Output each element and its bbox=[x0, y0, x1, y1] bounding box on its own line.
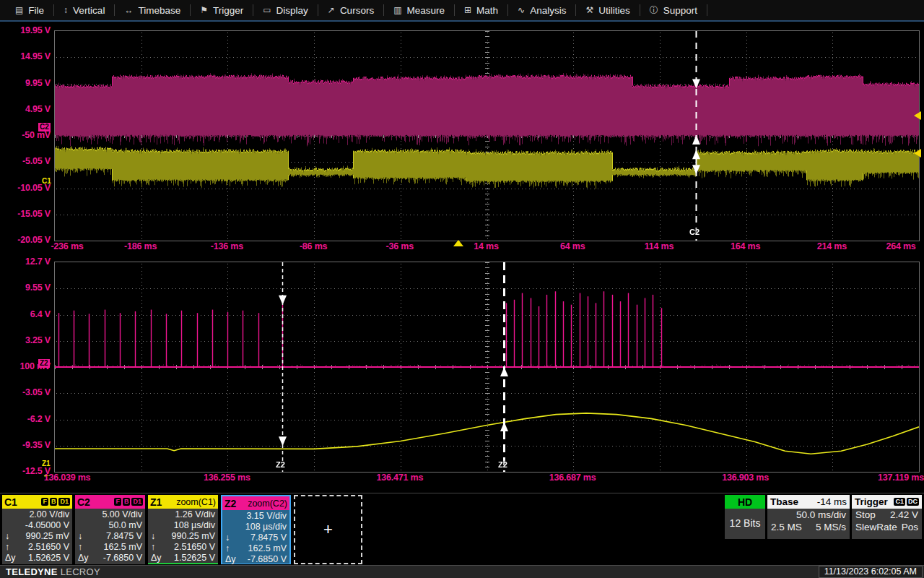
menu-item-timebase[interactable]: ↔Timebase bbox=[115, 0, 190, 20]
y-axis-label: 14.95 V bbox=[0, 51, 51, 61]
descriptor-body: 1.26 V/div108 µs/div↓990.25 mV↑2.51650 V… bbox=[148, 509, 218, 564]
menu-item-math[interactable]: ⊞Math bbox=[455, 0, 507, 20]
descriptor-row-value: 1.26 V/div bbox=[175, 509, 215, 520]
descriptor-row-prefix: ↑ bbox=[5, 542, 9, 553]
main-waveform-canvas[interactable] bbox=[55, 31, 919, 241]
menu-item-analysis[interactable]: ∿Analysis bbox=[508, 0, 575, 20]
descriptor-row-value: 3.15 V/div bbox=[246, 511, 287, 522]
descriptor-header-z1: Z1zoom(C1) bbox=[148, 495, 218, 509]
y-axis-label: -50 mV bbox=[0, 130, 51, 140]
main-graticule[interactable] bbox=[54, 30, 920, 241]
descriptor-row-prefix: Δy bbox=[78, 553, 89, 564]
descriptor-row-value: -7.6850 V bbox=[103, 553, 142, 564]
datetime: 11/13/2023 6:02:05 AM bbox=[819, 566, 923, 578]
tbase-box[interactable]: Tbase -14 ms 50.0 ms/div 2.5 MS 5 MS/s bbox=[767, 495, 850, 539]
descriptor-c2[interactable]: C2FBD15.00 V/div50.0 mV↓7.8475 V↑162.5 m… bbox=[75, 495, 145, 564]
descriptor-row: Δy1.52625 V bbox=[148, 553, 218, 564]
menu-item-support[interactable]: ⓘSupport bbox=[640, 0, 707, 20]
descriptor-row-prefix: Δy bbox=[151, 553, 162, 564]
descriptor-subtitle: zoom(C2) bbox=[248, 499, 287, 509]
x-axis-label: -36 ms bbox=[367, 241, 432, 251]
descriptor-row-value: 162.5 mV bbox=[103, 542, 142, 553]
chip-b: B bbox=[123, 498, 131, 506]
descriptor-row-prefix: Δy bbox=[225, 554, 236, 565]
descriptor-row-prefix: ↓ bbox=[225, 532, 230, 543]
menu-item-measure[interactable]: ▥Measure bbox=[384, 0, 454, 20]
menu-item-label: Vertical bbox=[73, 5, 105, 16]
x-axis-label: 136.471 ms bbox=[367, 473, 432, 483]
descriptor-row-value: -7.6850 V bbox=[248, 554, 287, 565]
x-axis-label: 264 ms bbox=[868, 241, 924, 251]
x-axis-label: 114 ms bbox=[627, 241, 692, 251]
menu-item-display[interactable]: ▭Display bbox=[253, 0, 318, 20]
menu-item-cursors[interactable]: ↗Cursors bbox=[318, 0, 383, 20]
measure-doc-icon: ▥ bbox=[393, 6, 401, 14]
trigger-chip-c1: C1 bbox=[894, 498, 905, 506]
cursor-label-c2[interactable]: C2 bbox=[689, 228, 699, 236]
channel-badge-z2[interactable]: Z2 bbox=[38, 359, 50, 368]
descriptor-row-prefix: ↓ bbox=[151, 531, 155, 542]
trigger-header: Trigger C1DC bbox=[852, 495, 922, 509]
descriptor-row-value: 108 µs/div bbox=[174, 520, 215, 531]
menu-item-file[interactable]: ▤File bbox=[6, 0, 53, 20]
menu-item-utilities[interactable]: ⚒Utilities bbox=[576, 0, 639, 20]
descriptor-row-value: 2.51650 V bbox=[174, 542, 215, 553]
descriptor-header-z2: Z2zoom(C2) bbox=[222, 496, 289, 510]
descriptor-row-value: 5.00 V/div bbox=[102, 509, 142, 520]
cursor-label-z2-x2[interactable]: Z2 bbox=[498, 460, 507, 469]
y-axis-label: -3.05 V bbox=[0, 387, 51, 397]
descriptor-z2[interactable]: Z2zoom(C2)3.15 V/div108 µs/div↓7.8475 V↑… bbox=[221, 495, 291, 564]
descriptor-body: 2.00 V/div-4.05000 V↓990.25 mV↑2.51650 V… bbox=[2, 509, 72, 564]
z1-offset-arrow-icon[interactable]: ← bbox=[42, 470, 52, 478]
trigger-position-marker[interactable] bbox=[453, 240, 463, 246]
descriptor-z1[interactable]: Z1zoom(C1)1.26 V/div108 µs/div↓990.25 mV… bbox=[148, 495, 218, 564]
brand-bold: TELEDYNE bbox=[6, 566, 58, 577]
menu-separator bbox=[707, 4, 707, 16]
descriptor-c1[interactable]: C1FBD12.00 V/div-4.05000 V↓990.25 mV↑2.5… bbox=[2, 495, 72, 564]
descriptor-row: 3.15 V/div bbox=[222, 511, 289, 522]
brand-logo: TELEDYNE LECROY bbox=[0, 566, 100, 577]
menu-item-label: Utilities bbox=[598, 5, 630, 16]
channel-badge-z1[interactable]: Z1 bbox=[40, 460, 52, 468]
channel-badge-c2[interactable]: C2 bbox=[38, 123, 51, 131]
descriptor-title: Z1 bbox=[150, 496, 162, 508]
hd-bits: 12 Bits bbox=[725, 509, 765, 538]
descriptor-row: ↓990.25 mV bbox=[148, 531, 218, 542]
y-axis-label: 12.7 V bbox=[0, 256, 51, 267]
trigger-mode: Stop bbox=[855, 509, 876, 521]
oscilloscope-app: ▤File↕Vertical↔Timebase⚑Trigger▭Display↗… bbox=[0, 0, 924, 578]
menu-item-label: Display bbox=[276, 5, 308, 16]
menu-item-trigger[interactable]: ⚑Trigger bbox=[191, 0, 253, 20]
trigger-type: SlewRate bbox=[855, 521, 897, 533]
descriptor-row-prefix: Δy bbox=[5, 553, 16, 564]
tbase-offset: -14 ms bbox=[817, 496, 847, 507]
descriptor-row: ↑162.5 mV bbox=[75, 542, 145, 553]
y-axis-label: 19.95 V bbox=[0, 25, 51, 35]
c1-level-marker-upper[interactable] bbox=[914, 111, 921, 120]
descriptor-row: ↓7.8475 V bbox=[75, 531, 145, 542]
y-axis-label: 3.25 V bbox=[0, 335, 51, 345]
y-axis-label: 4.95 V bbox=[0, 104, 51, 114]
trigger-slope: Pos bbox=[902, 521, 918, 533]
add-trace-button[interactable]: + bbox=[294, 495, 362, 564]
menu-item-label: Cursors bbox=[340, 5, 374, 16]
hd-box[interactable]: HD 12 Bits bbox=[725, 495, 765, 539]
x-axis-label: 137.119 ms bbox=[868, 473, 924, 483]
channel-badge-c1[interactable]: C1 bbox=[40, 177, 53, 186]
descriptor-row: Δy-7.6850 V bbox=[222, 554, 289, 565]
chip-b: B bbox=[50, 498, 58, 506]
descriptor-row: ↑162.5 mV bbox=[222, 543, 289, 554]
descriptor-chips: FBD1 bbox=[41, 498, 70, 506]
c1-level-marker-lower[interactable] bbox=[914, 149, 921, 158]
descriptor-row-value: 990.25 mV bbox=[172, 531, 215, 542]
y-axis-label: 9.55 V bbox=[0, 282, 51, 293]
status-bar: TELEDYNE LECROY 11/13/2023 6:02:05 AM bbox=[0, 565, 924, 578]
descriptor-row: ↑2.51650 V bbox=[2, 542, 72, 553]
zoom-graticule[interactable] bbox=[54, 262, 920, 473]
descriptor-title: C2 bbox=[77, 496, 90, 508]
descriptor-row: 2.00 V/div bbox=[2, 509, 72, 520]
cursor-label-z2-x1[interactable]: Z2 bbox=[276, 460, 285, 469]
menu-item-vertical[interactable]: ↕Vertical bbox=[54, 0, 114, 20]
trigger-box[interactable]: Trigger C1DC Stop 2.42 V SlewRate Pos bbox=[852, 495, 922, 539]
zoom-waveform-canvas[interactable] bbox=[55, 262, 919, 472]
